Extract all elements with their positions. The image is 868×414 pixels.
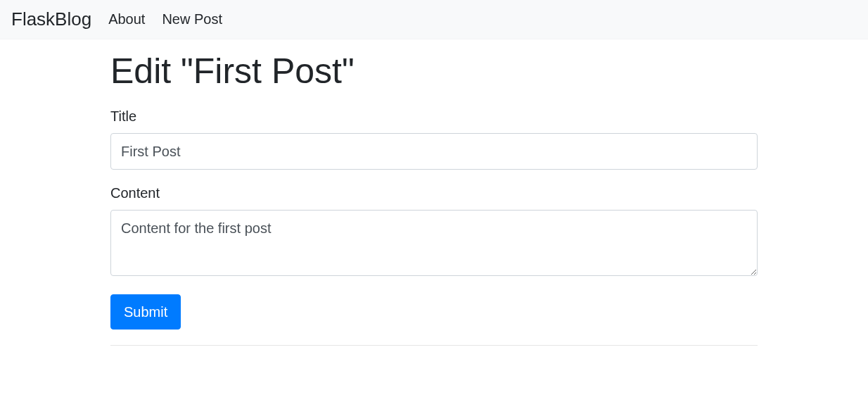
submit-group: Submit xyxy=(110,294,758,330)
title-label: Title xyxy=(110,108,758,125)
submit-button[interactable]: Submit xyxy=(110,294,181,330)
navbar: FlaskBlog About New Post xyxy=(0,0,868,39)
nav-link-about[interactable]: About xyxy=(108,11,145,27)
navbar-brand[interactable]: FlaskBlog xyxy=(11,8,91,30)
edit-post-form: Title Content Content for the first post… xyxy=(110,108,758,330)
main-container: Edit "First Post" Title Content Content … xyxy=(110,39,758,346)
title-input[interactable] xyxy=(110,133,758,170)
content-label: Content xyxy=(110,185,758,201)
nav-links: About New Post xyxy=(108,11,222,27)
content-group: Content Content for the first post xyxy=(110,185,758,279)
page-title: Edit "First Post" xyxy=(110,51,758,92)
title-group: Title xyxy=(110,108,758,170)
content-textarea[interactable]: Content for the first post xyxy=(110,210,758,276)
nav-link-new-post[interactable]: New Post xyxy=(162,11,222,27)
divider xyxy=(110,345,758,346)
